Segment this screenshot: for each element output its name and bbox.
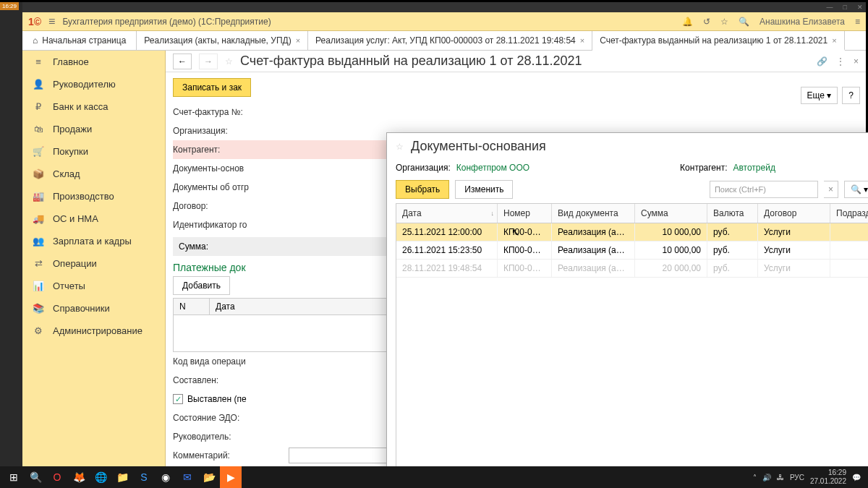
th-sum[interactable]: Сумма: [635, 204, 707, 223]
table-row[interactable]: 28.11.2021 19:48:54 КП00-0000… Реализаци…: [396, 260, 868, 278]
th-date[interactable]: Дата↓: [396, 204, 498, 223]
th-contract[interactable]: Договор: [758, 204, 830, 223]
sidebar-item-salary[interactable]: 👥Зарплата и кадры: [22, 230, 165, 252]
tray-volume-icon[interactable]: 🔊: [762, 474, 771, 481]
media-icon[interactable]: ▶: [220, 466, 242, 488]
history-icon[interactable]: ↺: [703, 17, 710, 27]
sidebar-item-catalogs[interactable]: 📚Справочники: [22, 297, 165, 320]
issued-checkbox[interactable]: ✓: [173, 394, 183, 404]
help-button[interactable]: ?: [842, 87, 860, 104]
tray-lang[interactable]: РУС: [790, 474, 804, 481]
tab-invoice-doc[interactable]: Счет-фактура выданный на реализацию 1 от…: [592, 31, 844, 51]
cell-date: 26.11.2021 15:23:50: [396, 241, 498, 259]
modal-org-value[interactable]: Конфетпром ООО: [456, 163, 529, 173]
th-dept[interactable]: Подразделение: [830, 204, 868, 223]
cell-contract: Услуги: [758, 241, 830, 259]
close-window-icon[interactable]: ✕: [857, 4, 863, 11]
label-ruk: Руководитель:: [173, 432, 289, 442]
logo-1c: 1©: [28, 16, 41, 27]
sidebar-item-manager[interactable]: 👤Руководителю: [22, 73, 165, 95]
kebab-icon[interactable]: ⋮: [836, 56, 845, 67]
cell-currency: руб.: [707, 223, 758, 241]
tray-clock[interactable]: 16:29 27.01.2022: [810, 468, 846, 486]
more-button[interactable]: Еще ▾: [801, 87, 838, 104]
modal-star-icon[interactable]: ☆: [396, 142, 404, 152]
maximize-icon[interactable]: □: [843, 4, 847, 11]
folder-icon[interactable]: 📁: [111, 466, 133, 488]
tray-chevron-icon[interactable]: ˄: [753, 474, 757, 481]
sidebar-item-purchases[interactable]: 🛒Покупки: [22, 140, 165, 163]
label-contragent: Контрагент:: [173, 145, 289, 155]
sidebar-item-label: Банк и касса: [53, 101, 109, 112]
table-row[interactable]: 26.11.2021 15:23:50 КП00-0000… Реализаци…: [396, 241, 868, 260]
tab-home[interactable]: ⌂ Начальная страница: [22, 31, 137, 50]
tray-network-icon[interactable]: 🖧: [777, 474, 784, 481]
sidebar-item-production[interactable]: 🏭Производство: [22, 185, 165, 207]
label-op-code: Код вида операци: [173, 356, 289, 367]
tray-notifications-icon[interactable]: 💬: [852, 474, 861, 481]
favorite-star-icon[interactable]: ☆: [225, 56, 233, 67]
select-button[interactable]: Выбрать: [396, 180, 449, 199]
explorer-icon[interactable]: 📂: [198, 466, 220, 488]
user-menu-icon[interactable]: ≡: [855, 17, 860, 27]
edit-button[interactable]: Изменить: [455, 180, 513, 199]
menu-icon: ≡: [33, 56, 44, 67]
modal-contr-value[interactable]: Автотрейд: [733, 163, 775, 173]
label-dogovor: Договор:: [173, 201, 289, 211]
main-menu-icon[interactable]: ≡: [48, 15, 55, 28]
skype-icon[interactable]: S: [133, 466, 155, 488]
save-close-button[interactable]: Записать и зак: [173, 78, 251, 97]
search-taskbar-icon[interactable]: 🔍: [25, 466, 46, 488]
star-icon[interactable]: ☆: [720, 17, 728, 27]
sidebar-item-reports[interactable]: 📊Отчеты: [22, 275, 165, 297]
people-icon: 👥: [33, 236, 44, 247]
modal-info-row: Организация: Конфетпром ООО Контрагент: …: [387, 160, 868, 176]
sidebar-item-operations[interactable]: ⇄Операции: [22, 252, 165, 275]
bell-icon[interactable]: 🔔: [682, 17, 693, 27]
nav-forward-button[interactable]: →: [199, 53, 218, 69]
search-input[interactable]: Поиск (Ctrl+F): [710, 181, 818, 198]
sidebar-item-warehouse[interactable]: 📦Склад: [22, 163, 165, 185]
cart-icon: 🛒: [33, 146, 44, 157]
sidebar-item-admin[interactable]: ⚙Администрирование: [22, 320, 165, 342]
doc-toolbar: Записать и зак Еще ▾ ?: [166, 72, 866, 103]
table-row[interactable]: 25.11.2021 12:00:00 КП00-0000… Реализаци…: [396, 223, 868, 241]
th-doctype[interactable]: Вид документа: [552, 204, 635, 223]
opera-icon[interactable]: O: [46, 466, 68, 488]
link-icon[interactable]: 🔗: [817, 56, 827, 67]
sidebar-item-sales[interactable]: 🛍Продажи: [22, 118, 165, 140]
search-dropdown-button[interactable]: 🔍 ▾: [844, 181, 868, 198]
close-icon[interactable]: ×: [580, 36, 584, 45]
sidebar-item-assets[interactable]: 🚚ОС и НМА: [22, 207, 165, 230]
user-name[interactable]: Анашкина Елизавета: [760, 17, 845, 27]
sidebar-item-label: Администрирование: [53, 325, 142, 336]
outlook-icon[interactable]: ✉: [176, 466, 198, 488]
bag-icon: 🛍: [33, 124, 44, 134]
tabs-bar: ⌂ Начальная страница Реализация (акты, н…: [22, 31, 866, 51]
app-icon-1[interactable]: ◉: [155, 466, 176, 488]
tab-realization-doc[interactable]: Реализация услуг: Акт, УПД КП00-000003 о…: [308, 31, 592, 50]
label-composed: Составлен:: [173, 375, 289, 385]
add-button[interactable]: Добавить: [173, 276, 230, 295]
search-icon[interactable]: 🔍: [739, 17, 749, 27]
sidebar-item-main[interactable]: ≡Главное: [22, 51, 165, 73]
minimize-icon[interactable]: —: [827, 4, 833, 11]
th-number[interactable]: Номер: [498, 204, 552, 223]
start-button[interactable]: ⊞: [3, 466, 25, 488]
tray-date: 27.01.2022: [810, 477, 846, 486]
tab-realization-list[interactable]: Реализация (акты, накладные, УПД) ×: [137, 31, 308, 50]
person-icon: 👤: [33, 79, 44, 90]
nav-back-button[interactable]: ←: [173, 53, 192, 69]
close-icon[interactable]: ×: [832, 36, 836, 45]
search-clear-button[interactable]: ×: [824, 181, 838, 198]
sidebar-item-label: Руководителю: [53, 79, 116, 90]
close-doc-icon[interactable]: ×: [854, 56, 859, 67]
sidebar-item-bank[interactable]: ₽Банк и касса: [22, 95, 165, 118]
close-icon[interactable]: ×: [296, 36, 300, 45]
label-docs-ship: Документы об отгр: [173, 182, 289, 192]
firefox-icon[interactable]: 🦊: [68, 466, 90, 488]
chrome-icon[interactable]: 🌐: [90, 466, 111, 488]
cell-dept: [830, 223, 868, 241]
content-area: ← → ☆ Счет-фактура выданный на реализаци…: [166, 51, 866, 466]
th-currency[interactable]: Валюта: [707, 204, 758, 223]
